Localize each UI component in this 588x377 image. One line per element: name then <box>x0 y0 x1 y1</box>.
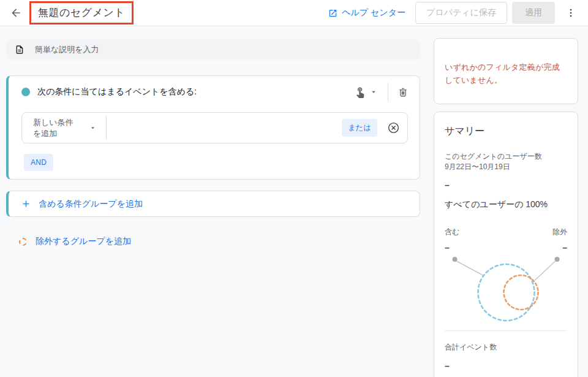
condition-card-title: 次の条件に当てはまるイベントを含める: <box>37 86 197 97</box>
add-include-group-card[interactable]: 含める条件グループを追加 <box>6 191 420 217</box>
segment-title-field[interactable]: 無題のセグメント <box>29 1 134 25</box>
total-events-label: 合計イベント数 <box>445 342 567 352</box>
plus-icon <box>21 199 31 208</box>
description-input[interactable] <box>35 45 412 54</box>
add-new-condition-label: 新しい条件 を追加 <box>33 117 74 139</box>
all-users-percent: すべてのユーザーの 100% <box>445 199 567 210</box>
touch-scope-icon <box>354 86 366 98</box>
exclude-circle <box>504 275 538 310</box>
dashed-circle-icon <box>19 238 27 246</box>
apply-button[interactable]: 適用 <box>512 2 555 24</box>
summary-card: サマリー このセグメントのユーザー数 9月22日〜10月19日 – すべてのユー… <box>434 112 578 377</box>
total-events-value: – <box>445 361 567 371</box>
filter-error-card: いずれかのフィルタ定義が完成していません。 <box>434 38 578 104</box>
scope-selector-button[interactable] <box>353 85 379 99</box>
chevron-down-icon <box>89 124 97 132</box>
help-center-label: ヘルプ センター <box>342 7 405 18</box>
segment-users-value: – <box>445 180 567 190</box>
add-exclude-group-label: 除外するグループを追加 <box>36 236 131 247</box>
or-condition-button[interactable]: または <box>342 119 377 137</box>
external-link-icon <box>328 9 337 18</box>
vertical-divider <box>388 83 388 101</box>
and-condition-button[interactable]: AND <box>24 154 53 171</box>
document-icon <box>15 44 24 55</box>
more-options-button[interactable] <box>564 6 578 20</box>
summary-sidebar: いずれかのフィルタ定義が完成していません。 サマリー このセグメントのユーザー数… <box>434 38 578 377</box>
exclude-label: 除外 <box>552 227 567 237</box>
kebab-menu-icon <box>565 7 576 18</box>
close-circle-icon <box>387 121 400 134</box>
help-center-link[interactable]: ヘルプ センター <box>328 7 405 18</box>
segment-builder-column: 次の条件に当てはまるイベントを含める: 新しい条件 を追加 <box>6 38 420 377</box>
chevron-down-icon <box>369 88 378 96</box>
back-arrow-icon <box>10 7 22 19</box>
add-include-group-label: 含める条件グループを追加 <box>39 199 143 210</box>
vertical-divider <box>106 116 107 140</box>
filter-error-message: いずれかのフィルタ定義が完成していません。 <box>445 63 560 85</box>
remove-condition-button[interactable] <box>386 121 400 135</box>
segment-users-label: このセグメントのユーザー数 9月22日〜10月19日 <box>445 151 567 173</box>
condition-row: 新しい条件 を追加 または <box>21 112 408 143</box>
segment-venn-diagram <box>445 256 567 324</box>
description-bar[interactable] <box>6 39 420 59</box>
include-circle <box>478 264 535 321</box>
trash-icon <box>398 86 409 97</box>
add-exclude-group-button[interactable]: 除外するグループを追加 <box>19 236 420 247</box>
condition-card-actions <box>353 83 411 101</box>
top-app-bar: 無題のセグメント ヘルプ センター プロパティに保存 適用 <box>0 0 588 26</box>
include-value: – <box>445 243 450 253</box>
condition-card-header: 次の条件に当てはまるイベントを含める: <box>9 76 420 107</box>
summary-divider <box>445 330 567 331</box>
add-new-condition-dropdown[interactable]: 新しい条件 を追加 <box>22 113 106 143</box>
save-to-property-button[interactable]: プロパティに保存 <box>415 2 507 24</box>
back-button[interactable] <box>7 4 24 21</box>
venn-labels: 含む 除外 <box>445 227 567 237</box>
include-label: 含む <box>445 227 459 237</box>
include-condition-card: 次の条件に当てはまるイベントを含める: 新しい条件 を追加 <box>6 75 420 180</box>
delete-condition-group-button[interactable] <box>395 84 411 100</box>
venn-values: – – <box>445 243 567 253</box>
summary-title: サマリー <box>445 125 567 138</box>
date-range: 9月22日〜10月19日 <box>445 162 567 172</box>
exclude-value: – <box>562 243 567 253</box>
page-content: 次の条件に当てはまるイベントを含める: 新しい条件 を追加 <box>0 26 588 377</box>
topbar-actions: ヘルプ センター プロパティに保存 適用 <box>328 2 578 24</box>
include-bullet-icon <box>21 88 30 96</box>
